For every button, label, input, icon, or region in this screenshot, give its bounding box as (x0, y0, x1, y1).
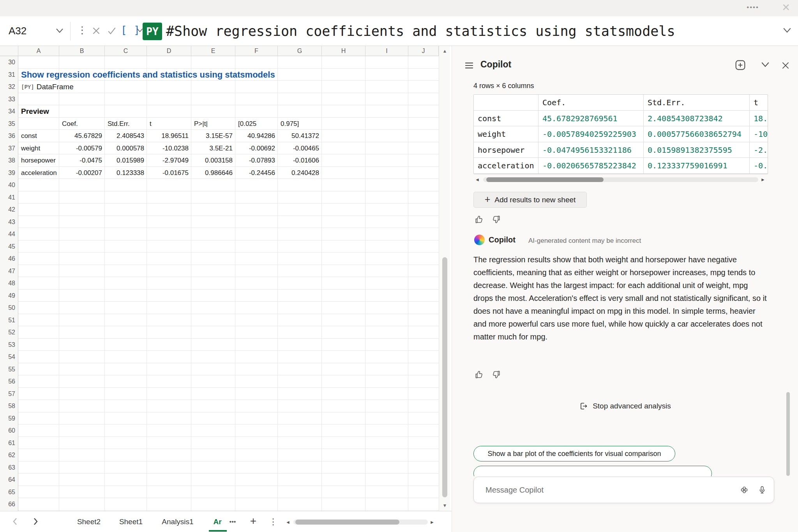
grid-cell[interactable]: -0.00465 (278, 142, 322, 155)
row-header-43[interactable]: 43 (8, 216, 15, 228)
menu-icon[interactable] (464, 60, 475, 71)
window-more-button[interactable]: •••• (747, 4, 759, 11)
grid-cell[interactable]: -0.07893 (235, 154, 278, 167)
row-header-56[interactable]: 56 (8, 375, 15, 388)
row-header-64[interactable]: 64 (8, 474, 15, 486)
add-sheet-button[interactable]: + (247, 511, 259, 532)
grid-cell[interactable]: -10.0238 (147, 142, 191, 155)
thumbs-down-icon[interactable] (491, 369, 501, 380)
enter-icon[interactable] (107, 26, 117, 36)
grid-cell[interactable]: -0.00579 (59, 142, 105, 155)
microphone-icon[interactable] (757, 485, 767, 495)
table-horizontal-scrollbar-thumb[interactable] (486, 177, 604, 182)
grid-vertical-scrollbar[interactable]: ▲ ▼ (439, 46, 450, 511)
cancel-icon[interactable] (91, 26, 101, 36)
spreadsheet-grid[interactable]: Show regression coefficients and statist… (18, 56, 439, 511)
row-header-50[interactable]: 50 (8, 302, 15, 314)
row-header-35[interactable]: 35 (8, 118, 15, 130)
sheet-nav-left-icon[interactable] (11, 517, 19, 526)
message-box[interactable] (473, 477, 774, 503)
grid-cell[interactable]: P>|t| (191, 118, 235, 130)
row-header-31[interactable]: 31 (8, 69, 15, 81)
suggestion-pill-partial[interactable] (473, 466, 712, 476)
grid-cell[interactable]: weight (18, 142, 59, 155)
grid-cell[interactable]: 3.15E-57 (191, 130, 235, 142)
select-all-corner[interactable] (0, 46, 18, 56)
grid-cell[interactable]: 18.96511 (147, 130, 191, 142)
row-header-59[interactable]: 59 (8, 412, 15, 425)
row-header-53[interactable]: 53 (8, 339, 15, 351)
column-header-B[interactable]: B (59, 46, 105, 56)
grid-cell[interactable]: t (147, 118, 191, 130)
row-header-36[interactable]: 36 (8, 130, 15, 142)
row-header-49[interactable]: 49 (8, 290, 15, 302)
grid-cell[interactable]: acceleration (18, 167, 59, 179)
sheet-tab-active[interactable]: Ar (209, 511, 226, 532)
hscroll-left-icon[interactable]: ◄ (286, 520, 290, 525)
add-results-button[interactable]: + Add results to new sheet (473, 192, 587, 208)
formula-bar-expand-icon[interactable] (782, 27, 792, 34)
close-icon[interactable] (780, 60, 791, 71)
row-header-52[interactable]: 52 (8, 326, 15, 339)
grid-cell[interactable]: Std.Err. (105, 118, 147, 130)
row-header-58[interactable]: 58 (8, 400, 15, 412)
column-header-J[interactable]: J (408, 46, 439, 56)
grid-cell[interactable]: -2.97049 (147, 154, 191, 167)
grid-cell[interactable]: Coef. (59, 118, 105, 130)
column-header-G[interactable]: G (278, 46, 322, 56)
grid-cell[interactable]: -0.00692 (235, 142, 278, 155)
grid-cell[interactable]: 0.975] (278, 118, 322, 130)
grid-cell[interactable]: 0.000578 (105, 142, 147, 155)
thumbs-up-icon[interactable] (474, 369, 484, 380)
new-chat-icon[interactable] (734, 59, 747, 71)
grid-cell[interactable]: 0.986646 (191, 167, 235, 179)
row-header-66[interactable]: 66 (8, 498, 15, 511)
grid-cell[interactable]: -0.01606 (278, 154, 322, 167)
row-header-46[interactable]: 46 (8, 253, 15, 265)
column-header-C[interactable]: C (105, 46, 147, 56)
collapse-chevron-icon[interactable] (761, 62, 770, 68)
thumbs-down-icon[interactable] (491, 214, 501, 224)
window-close-button[interactable]: ✕ (782, 2, 790, 14)
grid-cell[interactable]: 50.41372 (278, 130, 322, 142)
row-header-42[interactable]: 42 (8, 203, 15, 216)
row-header-57[interactable]: 57 (8, 388, 15, 400)
panel-vertical-scrollbar-thumb[interactable] (786, 392, 790, 476)
name-box-chevron-icon[interactable] (55, 28, 64, 34)
row-header-61[interactable]: 61 (8, 437, 15, 449)
row-header-39[interactable]: 39 (8, 167, 15, 179)
grid-cell[interactable]: 3.5E-21 (191, 142, 235, 155)
formula-input[interactable]: #Show regression coefficients and statis… (166, 23, 675, 39)
grid-cell[interactable]: 0.123338 (105, 167, 147, 179)
grid-cell[interactable]: -0.0475 (59, 154, 105, 167)
column-header-H[interactable]: H (322, 46, 365, 56)
row-header-32[interactable]: 32 (8, 81, 15, 93)
sheet-nav-right-icon[interactable] (31, 517, 40, 526)
message-input[interactable] (486, 486, 731, 495)
row-header-40[interactable]: 40 (8, 179, 15, 191)
grid-cell[interactable]: const (18, 130, 59, 142)
grid-cell[interactable]: 2.408543 (105, 130, 147, 142)
row-header-51[interactable]: 51 (8, 314, 15, 327)
row-header-37[interactable]: 37 (8, 142, 15, 155)
row-header-44[interactable]: 44 (8, 228, 15, 240)
row-header-48[interactable]: 48 (8, 277, 15, 290)
grid-cell[interactable]: 45.67829 (59, 130, 105, 142)
row-header-34[interactable]: 34 (8, 105, 15, 118)
scroll-down-icon[interactable]: ▼ (439, 503, 450, 508)
grid-horizontal-scrollbar-thumb[interactable] (295, 520, 399, 525)
cell-a31-title[interactable]: Show regression coefficients and statist… (21, 69, 275, 81)
cell-a34-preview[interactable]: Preview (21, 105, 49, 118)
cell-a32-dataframe[interactable]: [PY] DataFrame (21, 81, 74, 93)
row-header-45[interactable]: 45 (8, 240, 15, 253)
row-header-38[interactable]: 38 (8, 154, 15, 167)
sheet-tab-Sheet1[interactable]: Sheet1 (116, 511, 146, 532)
grid-cell[interactable]: horsepower (18, 154, 59, 167)
grid-cell[interactable]: 0.015989 (105, 154, 147, 167)
row-header-47[interactable]: 47 (8, 265, 15, 277)
column-header-D[interactable]: D (147, 46, 191, 56)
table-scroll-left-icon[interactable]: ◄ (475, 177, 480, 182)
suggestion-pill[interactable]: Show a bar plot of the coefficients for … (473, 446, 675, 461)
table-scroll-right-icon[interactable]: ► (761, 177, 765, 182)
row-header-33[interactable]: 33 (8, 93, 15, 106)
